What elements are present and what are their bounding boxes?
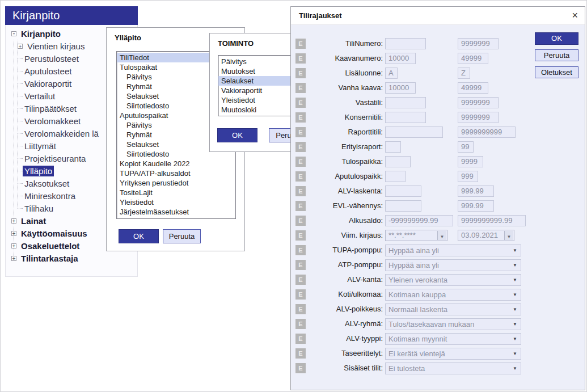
e-prefix-button[interactable]: E — [295, 245, 306, 255]
e-prefix-button[interactable]: E — [295, 334, 306, 344]
e-prefix-button[interactable]: E — [295, 112, 306, 123]
tree-item-label: Verolomakkeiden lä — [23, 128, 100, 139]
field-label: Alkusaldo: — [307, 216, 383, 225]
e-prefix-button[interactable]: E — [295, 289, 306, 300]
input-field-max[interactable]: 9999999 — [458, 112, 499, 123]
input-field-max[interactable]: 9999999 — [458, 97, 499, 108]
input-field-max[interactable]: 9999 — [458, 156, 483, 167]
tree-expand-plus-icon[interactable]: + — [11, 231, 16, 236]
list-item[interactable]: Yrityksen perustiedot — [117, 178, 235, 188]
dropdown-select[interactable]: Tulos/tasekaavan mukaan▼ — [385, 318, 521, 330]
tree-expand-plus-icon[interactable]: + — [11, 256, 16, 261]
input-field-min[interactable] — [385, 127, 443, 138]
input-field-max[interactable]: 9999999999 — [458, 127, 516, 138]
list-item[interactable]: Selaukset — [218, 76, 295, 86]
list-item[interactable]: Päivitys — [218, 57, 295, 66]
input-field-max[interactable]: 999.99 — [458, 186, 494, 197]
input-field-max[interactable]: 9999999999.99 — [458, 215, 526, 226]
dropdown-select[interactable]: Normaali laskenta▼ — [385, 304, 521, 315]
dropdown-button[interactable]: ▼ — [504, 231, 513, 240]
tree-item-label: Vientien kirjaus — [26, 41, 86, 52]
field-label: Vastatili: — [307, 98, 383, 107]
e-prefix-button[interactable]: E — [295, 363, 306, 373]
form-row: EVanha kaava:1000049999 — [291, 81, 585, 95]
input-field-min[interactable] — [385, 38, 426, 49]
dropdown-select[interactable]: Yleinen verokanta▼ — [385, 274, 521, 286]
e-prefix-button[interactable]: E — [295, 157, 306, 167]
input-field-min[interactable] — [385, 112, 426, 123]
e-prefix-button[interactable]: E — [295, 142, 306, 152]
field-label: ALV-tyyppi: — [307, 334, 383, 343]
input-field-min[interactable] — [385, 171, 406, 182]
defaults-button[interactable]: Oletukset — [535, 66, 578, 78]
date-combo-max[interactable]: 03.09.2021▼ — [458, 230, 514, 241]
list-item[interactable]: TUPA/ATP-alkusaldot — [117, 168, 235, 178]
input-field-min[interactable] — [385, 186, 421, 197]
close-icon[interactable]: × — [572, 7, 578, 24]
e-prefix-button[interactable]: E — [295, 68, 306, 78]
e-prefix-button[interactable]: E — [295, 53, 306, 64]
date-combo-min[interactable]: **.**.****▼ — [385, 230, 447, 241]
e-prefix-button[interactable]: E — [295, 319, 306, 329]
dropdown-select[interactable]: Hyppää aina yli▼ — [385, 259, 521, 271]
tree-branch-tick — [18, 146, 23, 146]
tree-branch-tick — [18, 83, 23, 84]
list-item[interactable]: Yleistiedot — [117, 197, 235, 207]
dropdown-button[interactable]: ▼ — [437, 231, 446, 240]
dropdown-select[interactable]: Kotimaan kauppa▼ — [385, 289, 521, 301]
input-field-max[interactable]: 999.99 — [458, 200, 494, 212]
e-prefix-button[interactable]: E — [295, 171, 306, 182]
input-field-max[interactable]: 49999 — [458, 82, 488, 94]
e-prefix-button[interactable]: E — [295, 39, 306, 49]
input-field-min[interactable] — [385, 156, 411, 167]
e-prefix-button[interactable]: E — [295, 216, 306, 226]
e-prefix-button[interactable]: E — [295, 304, 306, 314]
input-field-min[interactable] — [385, 141, 401, 153]
input-field-min[interactable]: -999999999.99 — [385, 215, 453, 226]
tree-expand-plus-icon[interactable]: + — [11, 243, 16, 248]
form-row: EALV-kanta:Yleinen verokanta▼ — [291, 272, 585, 287]
e-prefix-button[interactable]: E — [295, 260, 306, 270]
ok-button[interactable]: OK — [217, 128, 257, 142]
cancel-button[interactable]: Peruuta — [163, 229, 201, 243]
e-prefix-button[interactable]: E — [295, 275, 306, 285]
list-item[interactable]: Kopiot Kaudelle 2022 — [117, 159, 235, 168]
list-item[interactable]: Muutokset — [218, 66, 295, 76]
tree-item-label: Osakeluettelot — [19, 241, 81, 251]
dropdown-select[interactable]: Ei tulosteta▼ — [385, 363, 521, 374]
e-prefix-button[interactable]: E — [295, 230, 306, 241]
tree-expand-plus-icon[interactable]: + — [11, 218, 16, 224]
list-item[interactable]: Järjestelmäasetukset — [117, 207, 235, 217]
input-field-max[interactable]: 99 — [458, 141, 474, 153]
list-item[interactable]: Muutosloki — [218, 105, 295, 115]
input-field-min[interactable]: A — [385, 68, 398, 79]
input-field-min[interactable] — [385, 200, 421, 212]
input-field-max[interactable]: 999 — [458, 171, 478, 182]
input-field-max[interactable]: 49999 — [458, 53, 488, 64]
tree-expand-plus-icon[interactable]: + — [18, 44, 23, 49]
e-prefix-button[interactable]: E — [295, 127, 306, 137]
input-field-min[interactable]: 10000 — [385, 53, 416, 64]
e-prefix-button[interactable]: E — [295, 348, 306, 359]
tree-item-label: Tilinpäätökset — [23, 103, 78, 114]
ok-button[interactable]: OK — [535, 32, 578, 45]
input-field-min[interactable] — [385, 97, 426, 108]
input-field-max[interactable]: 9999999 — [458, 38, 499, 49]
ok-button[interactable]: OK — [119, 229, 159, 243]
cancel-button[interactable]: Peruuta — [535, 49, 578, 61]
dropdown-select[interactable]: Kotimaan myynnit▼ — [385, 333, 521, 345]
sidebar-item-tilintarkastaja[interactable]: +Tilintarkastaja — [6, 252, 137, 264]
e-prefix-button[interactable]: E — [295, 186, 306, 196]
dropdown-select[interactable]: Ei kerätä vientejä▼ — [385, 348, 521, 360]
e-prefix-button[interactable]: E — [295, 98, 306, 108]
tree-item-label: Vertailut — [23, 91, 57, 102]
list-item[interactable]: Yleistiedot — [218, 95, 295, 105]
e-prefix-button[interactable]: E — [295, 83, 306, 93]
input-field-min[interactable]: 10000 — [385, 82, 416, 94]
dropdown-select[interactable]: Hyppää aina yli▼ — [385, 245, 521, 256]
list-item[interactable]: TositeLajit — [117, 188, 235, 197]
list-item[interactable]: Vakioraportit — [218, 86, 295, 95]
tree-collapse-minus-icon[interactable]: - — [11, 31, 16, 36]
input-field-max[interactable]: Z — [458, 68, 470, 79]
e-prefix-button[interactable]: E — [295, 201, 306, 211]
